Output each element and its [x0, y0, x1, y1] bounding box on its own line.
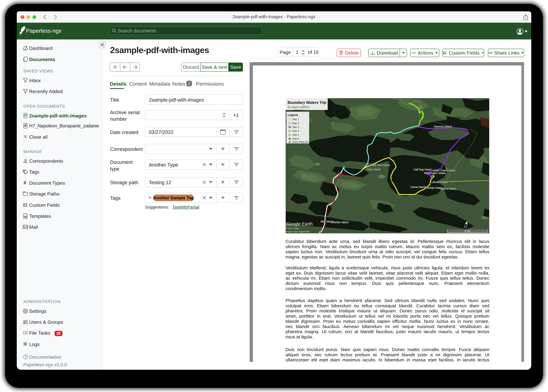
- svg-text:Legend: Legend: [288, 113, 298, 117]
- svg-text:Text: Text: [386, 178, 394, 183]
- svg-text:Entry Point 24: Entry Point 24: [293, 140, 308, 143]
- svg-text:Indian Grave Island: Indian Grave Island: [433, 169, 455, 172]
- svg-text:Washington Island: Washington Island: [424, 172, 445, 175]
- svg-text:Day 3: Day 3: [293, 126, 299, 128]
- svg-text:N: N: [464, 224, 467, 229]
- svg-text:Google Earth: Google Earth: [286, 221, 313, 226]
- svg-text:Squirrel Island: Squirrel Island: [440, 187, 456, 190]
- svg-text:New York Island: New York Island: [371, 164, 390, 167]
- svg-text:Boundary Waters Trip: Boundary Waters Trip: [288, 100, 326, 105]
- svg-text:Day 5: Day 5: [293, 133, 299, 136]
- svg-text:© 2017 Google: © 2017 Google: [286, 227, 299, 230]
- svg-text:Lincoln Island: Lincoln Island: [432, 181, 447, 184]
- svg-text:Day 4: Day 4: [293, 130, 299, 132]
- svg-text:3 mi: 3 mi: [465, 230, 470, 233]
- svg-text:Canoe Island: Canoe Island: [410, 186, 426, 189]
- svg-text:Day 6: Day 6: [293, 137, 299, 140]
- svg-text:Hausons Island: Hausons Island: [434, 125, 452, 128]
- svg-text:Day 1: Day 1: [293, 118, 299, 120]
- svg-text:Charlies Island: Charlies Island: [331, 221, 348, 224]
- svg-text:Gary Island: Gary Island: [367, 168, 380, 171]
- svg-text:Half Dog Island: Half Dog Island: [414, 168, 432, 171]
- svg-text:Image © 2017 DigitalGlobe: Image © 2017 DigitalGlobe: [286, 231, 310, 233]
- svg-text:Six days in BWCA: Six days in BWCA: [288, 106, 310, 109]
- svg-text:Day 2: Day 2: [293, 122, 299, 125]
